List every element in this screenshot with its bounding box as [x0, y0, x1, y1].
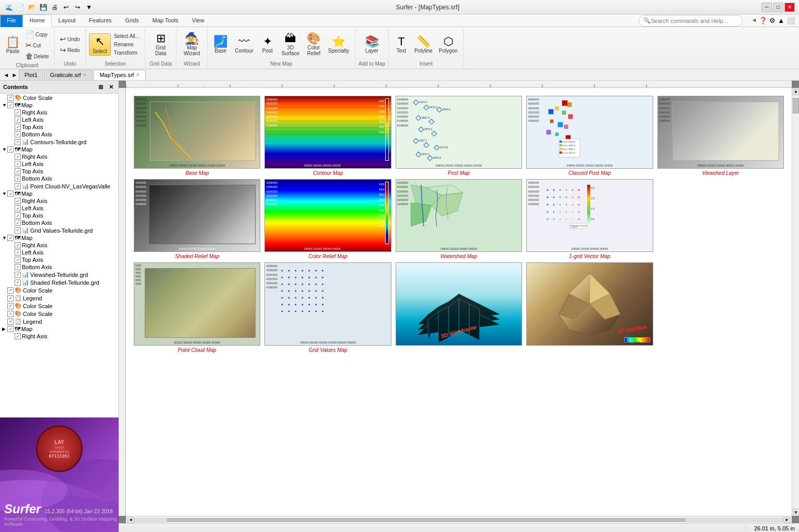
search-box[interactable]: 🔍: [639, 15, 743, 27]
help-icon[interactable]: ❓: [759, 17, 767, 24]
v-scroll-thumb[interactable]: [793, 98, 799, 113]
expand-ribbon-icon[interactable]: ⬜: [787, 17, 795, 24]
tab-features[interactable]: Features: [82, 15, 118, 27]
map-thumbnail-vector[interactable]: 4208000420600042040004202000420000041980…: [526, 179, 653, 252]
undo-button[interactable]: ↩Undo: [58, 34, 82, 44]
tree-item-right-axis-5[interactable]: Right Axis: [0, 333, 118, 340]
contour-button[interactable]: 〰 Contour: [232, 34, 256, 55]
tree-item-right-axis-2[interactable]: Right Axis: [0, 153, 118, 160]
tree-item-point-cloud[interactable]: 📊 Point Cloud-NV_LasVegasValle: [0, 182, 118, 190]
tab-view[interactable]: View: [185, 15, 211, 27]
tree-item-grid-values[interactable]: 📊 Grid Values-Telluride.grd: [0, 226, 118, 234]
tree-item-bottom-axis-4[interactable]: Bottom Axis: [0, 263, 118, 271]
h-scrollbar-track[interactable]: [134, 518, 783, 522]
tree-item-colorscale-3[interactable]: 🎨 Color Scale: [0, 302, 118, 310]
tree-item-contours[interactable]: 📊 Contours-Telluride.grd: [0, 138, 118, 146]
transform-button[interactable]: Transform: [112, 49, 142, 57]
map-thumbnail-classed-post[interactable]: 4208000420600042040004202000420000041980…: [526, 96, 653, 169]
tree-item-map-3[interactable]: ▼ 🗺 Map: [0, 190, 118, 197]
tree-item-right-axis-3[interactable]: Right Axis: [0, 197, 118, 205]
select-button[interactable]: ↖ Select: [89, 33, 111, 56]
maximize-button[interactable]: □: [773, 3, 783, 12]
tree-item-left-axis-3[interactable]: Left Axis: [0, 205, 118, 212]
v-scroll-up[interactable]: ▲: [792, 88, 799, 95]
close-maptypes[interactable]: ✕: [136, 72, 140, 78]
tree-item-map-4[interactable]: ▼ 🗺 Map: [0, 234, 118, 242]
tree-item-viewshed[interactable]: 📊 Viewshed-Telluride.grd: [0, 271, 118, 278]
h-scroll-left[interactable]: ◄: [127, 517, 134, 523]
map-thumbnail-3d-wireframe[interactable]: 3D Wireframe: [396, 262, 522, 346]
contents-expand-icon[interactable]: ⊞: [96, 83, 105, 91]
tree-item-top-axis-4[interactable]: Top Axis: [0, 256, 118, 263]
tab-home[interactable]: Home: [23, 15, 52, 27]
tab-maptypes[interactable]: MapTypes.srf ✕: [94, 70, 146, 80]
tree-item-shaded-relief[interactable]: 📊 Shaded Relief-Telluride.grd: [0, 278, 118, 286]
map-thumbnail-shaded[interactable]: 4208000420600042040004202000420000041980…: [134, 179, 260, 252]
search-input[interactable]: [651, 18, 738, 24]
open-icon[interactable]: 📂: [27, 3, 36, 12]
text-button[interactable]: T Text: [392, 34, 411, 55]
undo-quick-icon[interactable]: ↩: [61, 3, 71, 12]
tree-item-colorscale-4[interactable]: 🎨 Color Scale: [0, 310, 118, 318]
minimize-button[interactable]: ─: [762, 3, 772, 12]
minimize-ribbon-icon[interactable]: ▲: [778, 17, 784, 24]
redo-button[interactable]: ↪Redo: [58, 45, 82, 55]
h-scroll-right[interactable]: ►: [783, 517, 791, 523]
tree-item-top-axis-1[interactable]: Top Axis: [0, 123, 118, 131]
polygon-button[interactable]: ⬡ Polygon: [436, 34, 460, 55]
map-thumbnail-watershed[interactable]: 4208000420600042040004202000420000041980…: [396, 179, 522, 252]
tree-item-bottom-axis-2[interactable]: Bottom Axis: [0, 175, 118, 182]
post-button[interactable]: ✦ Post: [258, 34, 277, 55]
color-relief-button[interactable]: 🎨 ColorRelief: [304, 31, 323, 58]
paste-button[interactable]: 📋 Paste: [3, 35, 22, 56]
tree-item-colorscale-2[interactable]: 🎨 Color Scale: [0, 286, 118, 294]
polyline-button[interactable]: 📏 Polyline: [412, 34, 435, 55]
map-thumbnail-viewshed[interactable]: 4208000420600042040004202000420000041980…: [657, 96, 784, 169]
cut-button[interactable]: ✂Cut: [23, 40, 51, 50]
vertical-scrollbar[interactable]: ▲ ▼: [792, 88, 799, 516]
v-scroll-down[interactable]: ▼: [792, 509, 799, 516]
tree-item-map-2[interactable]: ▼ 🗺 Map: [0, 146, 118, 153]
tab-nav-prev[interactable]: ◄: [2, 71, 10, 79]
tree-item-top-axis-2[interactable]: Top Axis: [0, 168, 118, 175]
tree-item-right-axis-1[interactable]: Right Axis: [0, 109, 118, 116]
h-scrollbar-thumb[interactable]: [167, 518, 686, 522]
tab-graticule[interactable]: Graticule.srf ✕: [44, 70, 93, 80]
redo-quick-icon[interactable]: ↪: [73, 3, 82, 12]
tree-item-legend-2[interactable]: 📋 Legend: [0, 318, 118, 325]
map-thumbnail-3d-surface[interactable]: 250030004100 3D Surface: [526, 262, 653, 346]
tree-item-map-5[interactable]: ▶ 🗺 Map: [0, 325, 118, 333]
copy-button[interactable]: 📄Copy: [23, 29, 51, 40]
tree-item-left-axis-2[interactable]: Left Axis: [0, 160, 118, 168]
map-thumbnail-point-cloud[interactable]: 520050004800460044004200 363200 363400 3…: [134, 262, 260, 346]
horizontal-scrollbar[interactable]: ◄ ►: [126, 516, 792, 523]
base-button[interactable]: 🗾 Base: [211, 34, 230, 55]
map-thumbnail-post[interactable]: 4208000420600042040004202000420000041980…: [396, 96, 522, 169]
tree-item-bottom-axis-3[interactable]: Bottom Axis: [0, 219, 118, 226]
contents-close-icon[interactable]: ✕: [107, 83, 115, 91]
specialty-button[interactable]: ⭐ Specialty: [325, 34, 352, 55]
close-graticule[interactable]: ✕: [83, 72, 87, 78]
map-thumbnail-grid-values[interactable]: 4208000420600042040004202000420000041980…: [264, 262, 391, 346]
tab-map-tools[interactable]: Map Tools: [146, 15, 185, 27]
select-all-button[interactable]: Select All...: [112, 32, 142, 40]
tree-item-map-1[interactable]: ▼ 🗺 Map: [0, 102, 118, 109]
tree-item-left-axis-4[interactable]: Left Axis: [0, 249, 118, 256]
grid-data-button[interactable]: ⊞ GridData: [151, 31, 170, 58]
help-back-icon[interactable]: ◄: [751, 17, 757, 24]
rename-button[interactable]: Rename: [112, 41, 142, 48]
print-icon[interactable]: 🖨: [50, 3, 59, 12]
delete-button[interactable]: 🗑Delete: [23, 51, 51, 61]
tab-layout[interactable]: Layout: [52, 15, 82, 27]
map-wizard-button[interactable]: 🧙 MapWizard: [181, 31, 202, 58]
map-thumbnail-base[interactable]: 4208000420600042040004202000420000041980…: [134, 96, 260, 169]
new-file-icon[interactable]: 📄: [16, 3, 25, 12]
about-section[interactable]: About: [0, 510, 118, 523]
tree-item-colorscale-1[interactable]: 🎨 Color Scale: [0, 94, 118, 102]
tree-item-legend-1[interactable]: 📋 Legend: [0, 294, 118, 302]
more-icon[interactable]: ▼: [84, 3, 94, 12]
tree-item-bottom-axis-1[interactable]: Bottom Axis: [0, 131, 118, 138]
tree-item-top-axis-3[interactable]: Top Axis: [0, 212, 118, 219]
3d-surface-button[interactable]: 🏔 3DSurface: [279, 31, 302, 58]
close-button[interactable]: ✕: [784, 3, 795, 12]
